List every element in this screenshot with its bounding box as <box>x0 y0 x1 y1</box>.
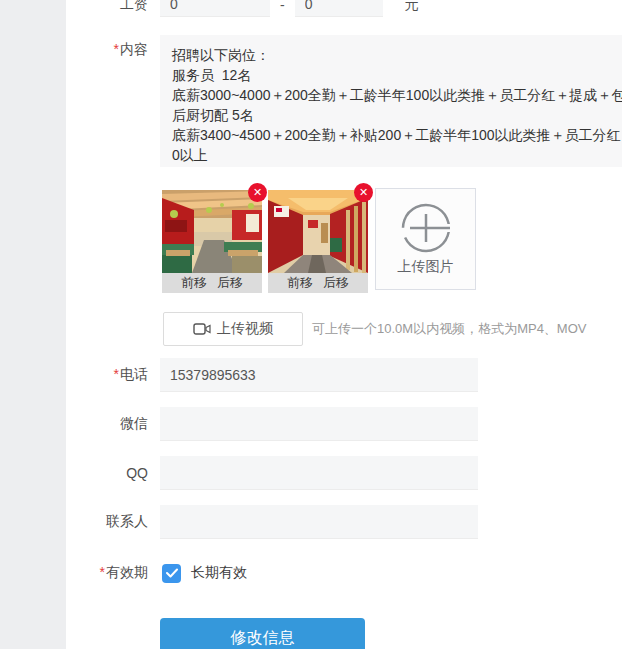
long-term-valid-checkbox[interactable] <box>162 564 181 583</box>
delete-photo-icon[interactable]: ✕ <box>248 183 267 202</box>
salary-unit-label: 元 <box>405 0 419 14</box>
qq-label: QQ <box>66 465 148 481</box>
validity-label: *有效期 <box>66 564 148 582</box>
submit-changes-button[interactable]: 修改信息 <box>160 618 365 649</box>
photo-reorder-bar: 前移 后移 <box>162 273 262 293</box>
photo-reorder-bar: 前移 后移 <box>268 273 368 293</box>
required-asterisk: * <box>114 366 119 382</box>
upload-image-label: 上传图片 <box>398 258 454 276</box>
contact-label: 联系人 <box>66 513 148 531</box>
content-line: 底薪3000~4000＋200全勤＋工龄半年100以此类推＋员工分红＋提成＋包 <box>172 85 622 105</box>
contact-row: 联系人 <box>66 505 622 539</box>
move-photo-forward-button[interactable]: 前移 <box>287 274 313 292</box>
wechat-row: 微信 <box>66 407 622 441</box>
wechat-input[interactable] <box>160 407 478 441</box>
content-line: 后厨切配 5名 <box>172 105 622 125</box>
plus-circle-icon <box>400 202 452 254</box>
salary-row: 工资 - 元 <box>66 0 622 17</box>
salary-label: 工资 <box>66 0 148 14</box>
salary-max-input[interactable] <box>295 0 383 17</box>
video-upload-row: 上传视频 可上传一个10.0M以内视频，格式为MP4、MOV <box>66 313 622 345</box>
edit-job-post-form: 工资 - 元 *内容 招聘以下岗位： 服务员 12名 底薪3000~4000＋2… <box>0 0 622 649</box>
checkmark-icon <box>166 568 178 578</box>
long-term-valid-label: 长期有效 <box>191 564 247 582</box>
content-line: 0以上 <box>172 145 622 165</box>
upload-image-button[interactable]: 上传图片 <box>375 188 476 290</box>
restaurant-photo-1 <box>162 190 262 273</box>
photo-thumbnail-1: 前移 后移 ✕ <box>162 190 262 293</box>
phone-label: *电话 <box>66 366 148 384</box>
upload-video-label: 上传视频 <box>217 320 273 338</box>
salary-min-input[interactable] <box>160 0 270 17</box>
content-textarea[interactable]: 招聘以下岗位： 服务员 12名 底薪3000~4000＋200全勤＋工龄半年10… <box>160 35 622 167</box>
qq-input[interactable] <box>160 456 478 490</box>
content-line: 招聘以下岗位： <box>172 45 622 65</box>
salary-range-separator: - <box>280 0 285 13</box>
content-line: 服务员 12名 <box>172 65 622 85</box>
contact-input[interactable] <box>160 505 478 539</box>
page-background-strip <box>0 0 66 649</box>
photo-thumbnail-2: 前移 后移 ✕ <box>268 190 368 293</box>
wechat-label: 微信 <box>66 415 148 433</box>
move-photo-backward-button[interactable]: 后移 <box>323 274 349 292</box>
required-asterisk: * <box>100 564 105 580</box>
video-upload-hint: 可上传一个10.0M以内视频，格式为MP4、MOV <box>312 320 586 338</box>
qq-row: QQ <box>66 456 622 490</box>
restaurant-photo-2 <box>268 190 368 273</box>
content-label: *内容 <box>66 41 148 59</box>
phone-row: *电话 <box>66 358 622 392</box>
delete-photo-icon[interactable]: ✕ <box>354 183 373 202</box>
move-photo-forward-button[interactable]: 前移 <box>181 274 207 292</box>
required-asterisk: * <box>114 41 119 57</box>
upload-video-button[interactable]: 上传视频 <box>163 312 303 346</box>
move-photo-backward-button[interactable]: 后移 <box>217 274 243 292</box>
validity-row: *有效期 长期有效 <box>66 563 622 583</box>
video-camera-icon <box>193 322 211 336</box>
content-line: 底薪3400~4500＋200全勤＋补贴200＋工龄半年100以此类推＋员工分红 <box>172 125 622 145</box>
phone-input[interactable] <box>160 358 478 392</box>
